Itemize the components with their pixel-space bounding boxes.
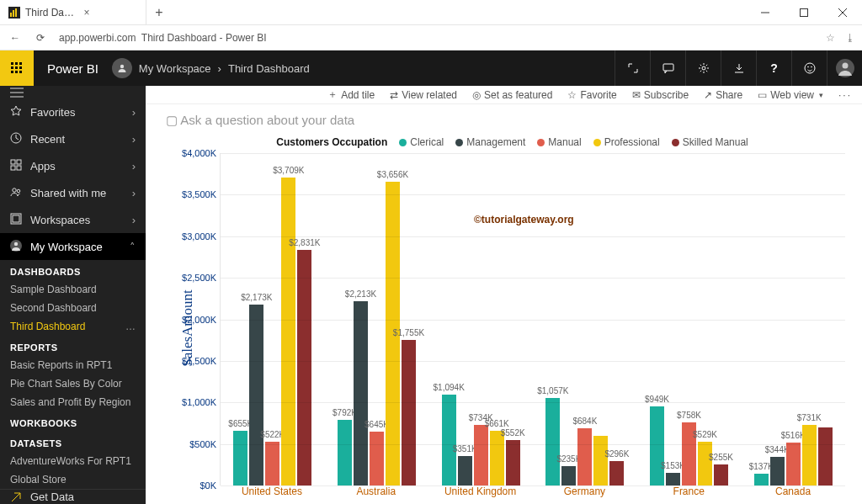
bar[interactable]: $645K [370,432,384,485]
feedback-button[interactable] [791,50,827,86]
star-icon[interactable]: ☆ [826,32,835,44]
chart-tile[interactable]: Customers Occupation ClericalManagementM… [146,136,862,504]
star-icon [10,105,22,119]
bar[interactable]: $552K [506,440,520,486]
legend-item: Skilled Manual [672,136,748,148]
chevron-right-icon: › [132,160,136,172]
clock-icon [10,132,22,146]
svg-point-34 [17,189,20,193]
sidebar-item-favorites[interactable]: Favorites› [0,98,146,125]
bar[interactable]: $792K [338,420,352,485]
bar[interactable]: $734K [474,425,488,485]
legend-dot [537,139,545,146]
bar[interactable]: $661K [490,431,504,485]
svg-point-38 [14,242,18,246]
download-button[interactable] [721,50,756,86]
bar-value-label: $684K [572,416,597,426]
set-featured-button[interactable]: ◎Set as featured [472,89,552,101]
add-tile-button[interactable]: ＋Add tile [327,88,375,102]
list-item[interactable]: Pie Chart Sales By Color [0,374,146,393]
bar[interactable]: $684K [577,428,592,485]
bar[interactable]: $137K [754,474,769,485]
bar[interactable]: $2,831K [297,250,311,485]
bar[interactable]: $1,094K [442,395,456,485]
download-icon[interactable]: ⭳ [845,32,855,44]
dashboard-toolbar: ＋Add tile ⇄View related ◎Set as featured… [146,86,862,104]
bar[interactable]: $949K [650,406,664,485]
get-data-label: Get Data [30,491,74,503]
powerbi-top-bar: Power BI My Workspace › Third Dashboard … [0,50,862,86]
chart-legend: Customers Occupation ClericalManagementM… [179,136,845,148]
back-button[interactable]: ← [7,32,24,44]
get-data-button[interactable]: Get Data [0,489,146,504]
bar[interactable]: $731K [802,425,817,485]
web-view-button[interactable]: ▭Web view▾ [758,89,823,101]
svg-rect-30 [17,160,21,164]
plot-area: $655K$2,173K$522K$3,709K$2,831K$792K$2,2… [220,153,845,485]
bar[interactable]: $529K [698,442,712,485]
bar[interactable]: $1,057K [545,398,560,485]
sidebar-item-workspaces[interactable]: Workspaces› [0,206,146,233]
bar[interactable]: $2,213K [354,301,368,485]
list-item[interactable]: Second Dashboard [0,299,146,317]
breadcrumb-root[interactable]: My Workspace [139,62,211,75]
fullscreen-button[interactable] [615,50,650,86]
bar[interactable]: $3,709K [281,178,295,485]
list-item[interactable]: Basic Reports in RPT1 [0,356,146,374]
list-item[interactable]: Sales and Profit By Region [0,393,146,411]
share-button[interactable]: ↗Share [704,89,742,101]
svg-rect-9 [15,62,18,65]
bar[interactable]: $153K [666,473,680,485]
bar[interactable]: $655K [233,431,247,485]
maximize-button[interactable] [785,0,823,24]
minimize-button[interactable] [746,0,785,24]
list-item[interactable]: AdventureWorks For RPT1 [0,452,146,470]
subscribe-button[interactable]: ✉Subscribe [632,89,689,101]
help-button[interactable]: ? [756,50,791,86]
refresh-button[interactable]: ⟳ [32,32,49,44]
bar-value-label: $731K [797,413,822,422]
list-item[interactable]: Global Store [0,470,146,489]
bar[interactable]: $235K [561,466,576,485]
bar[interactable]: $2,173K [249,305,263,485]
workspace-avatar-icon [112,58,132,78]
sidebar-item-shared-with-me[interactable]: Shared with me› [0,179,146,206]
settings-button[interactable] [685,50,721,86]
bar[interactable]: $351K [458,456,472,485]
legend-item: Manual [537,136,581,148]
address-input[interactable] [57,31,817,45]
more-icon[interactable]: … [125,321,136,332]
bar[interactable] [818,427,833,485]
app-launcher-button[interactable] [0,50,34,86]
list-item[interactable]: Sample Dashboard [0,280,146,299]
bar[interactable]: $296K [609,461,624,485]
comment-button[interactable] [650,50,685,86]
favorite-button[interactable]: ☆Favorite [567,89,616,101]
y-tick: $1,000K [182,397,216,407]
bar[interactable] [593,436,608,485]
new-tab-button[interactable]: + [146,0,172,24]
bar[interactable]: $516K [786,443,801,485]
browser-tab[interactable]: Third Dashboard - Power … × [0,0,146,24]
bar[interactable]: $344K [770,457,785,485]
view-related-button[interactable]: ⇄View related [390,89,457,101]
close-tab-icon[interactable]: × [84,7,138,19]
sidebar-item-my-workspace[interactable]: My Workspace˄ [0,233,146,260]
close-window-button[interactable] [823,0,862,24]
breadcrumb[interactable]: My Workspace › Third Dashboard [139,62,310,75]
qna-placeholder: Ask a question about your data [180,113,354,127]
people-icon [10,186,22,200]
list-item[interactable]: Third Dashboard… [0,317,146,336]
account-button[interactable] [827,50,862,86]
sidebar-toggle[interactable] [0,86,146,98]
more-button[interactable]: ··· [838,89,852,101]
qna-box[interactable]: ▢ Ask a question about your data [146,104,862,136]
sidebar-item-recent[interactable]: Recent› [0,125,146,152]
featured-icon: ◎ [472,89,481,101]
sidebar-item-apps[interactable]: Apps› [0,152,146,179]
bar[interactable]: $522K [265,442,279,485]
section-workbooks: WORKBOOKS [0,411,146,432]
x-tick: United States [220,485,324,504]
bar[interactable]: $255K [714,464,728,485]
svg-rect-5 [801,8,808,16]
